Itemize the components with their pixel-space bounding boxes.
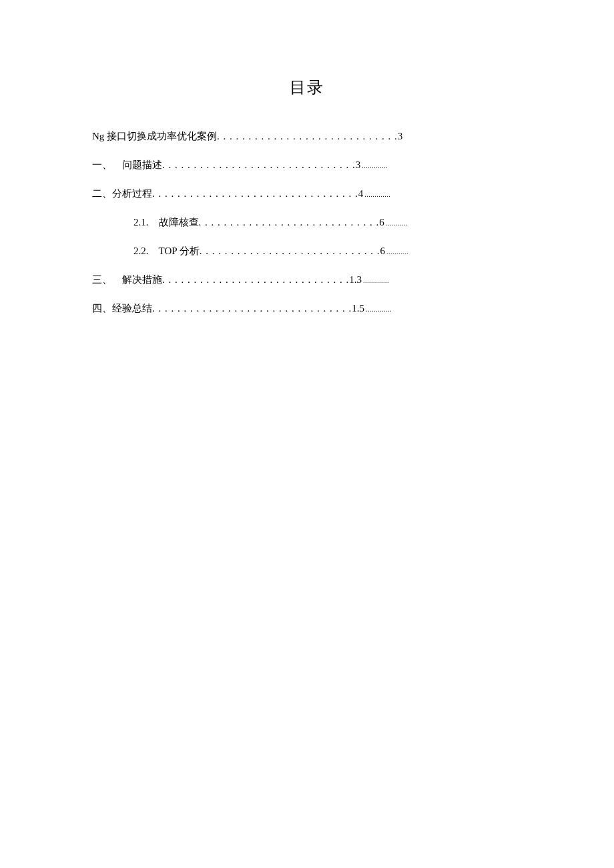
toc-entry-tail: ........... [386, 220, 408, 227]
toc-entry-dots: . . . . . . . . . . . . . . . . . . . . … [162, 274, 349, 286]
toc-entry: Ng 接口切换成功率优化案例 . . . . . . . . . . . . .… [92, 130, 522, 143]
toc-container: Ng 接口切换成功率优化案例 . . . . . . . . . . . . .… [92, 130, 522, 315]
toc-entry-label: Ng 接口切换成功率优化案例 [92, 130, 217, 143]
toc-entry-tail: ............. [364, 191, 390, 198]
toc-entry-page: 1.3 [349, 274, 362, 286]
toc-entry-label: 2.1. 故障核查 [133, 216, 199, 229]
toc-entry-label: 一、 问题描述 [92, 159, 162, 171]
toc-entry: 二、分析过程 . . . . . . . . . . . . . . . . .… [92, 187, 522, 200]
toc-entry-dots: . . . . . . . . . . . . . . . . . . . . … [152, 188, 358, 199]
toc-entry: 一、 问题描述 . . . . . . . . . . . . . . . . … [92, 159, 522, 171]
toc-entry-page: 1.5 [352, 303, 364, 314]
toc-entry-page: 4 [358, 188, 364, 199]
toc-entry-label: 二、分析过程 [92, 187, 152, 200]
toc-entry-tail: ............. [362, 162, 388, 169]
toc-entry-dots: . . . . . . . . . . . . . . . . . . . . … [152, 303, 352, 314]
toc-entry-label: 2.2. TOP 分析 [133, 245, 200, 258]
toc-entry: 2.1. 故障核查 . . . . . . . . . . . . . . . … [92, 216, 522, 229]
toc-entry-label: 四、经验总结 [92, 302, 152, 315]
toc-entry-tail: ............. [366, 306, 392, 313]
toc-entry-page: 3 [398, 131, 403, 142]
toc-entry-dots: . . . . . . . . . . . . . . . . . . . . … [199, 217, 380, 228]
toc-entry-page: 6 [379, 217, 384, 228]
toc-entry-page: 6 [380, 246, 386, 257]
toc-entry-dots: . . . . . . . . . . . . . . . . . . . . … [200, 246, 380, 257]
toc-title: 目录 [0, 77, 614, 98]
toc-entry: 2.2. TOP 分析 . . . . . . . . . . . . . . … [92, 245, 522, 258]
toc-entry: 三、 解决措施 . . . . . . . . . . . . . . . . … [92, 274, 522, 286]
toc-entry: 四、经验总结 . . . . . . . . . . . . . . . . .… [92, 302, 522, 315]
toc-entry-page: 3 [356, 159, 361, 171]
toc-entry-tail: ........... [386, 248, 408, 256]
toc-entry-label: 三、 解决措施 [92, 274, 162, 286]
toc-entry-dots: . . . . . . . . . . . . . . . . . . . . … [217, 131, 398, 142]
toc-entry-tail: ............. [363, 277, 389, 284]
toc-entry-dots: . . . . . . . . . . . . . . . . . . . . … [162, 159, 356, 171]
